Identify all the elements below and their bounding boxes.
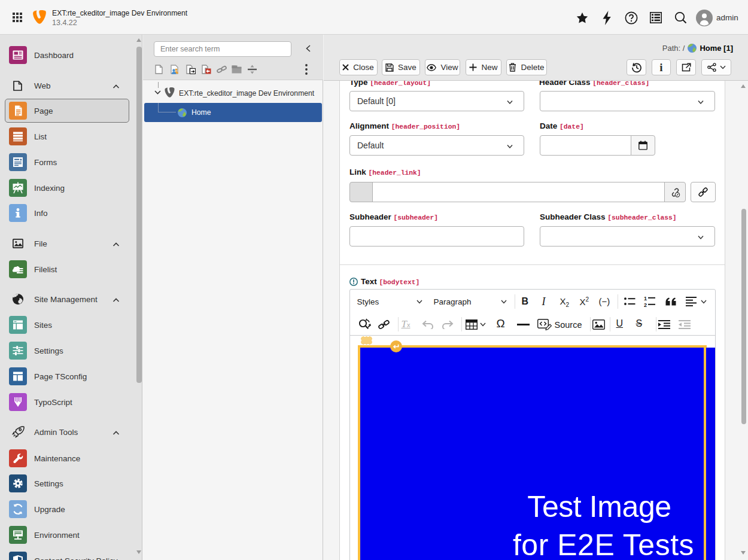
svg-text:1: 1 (644, 296, 647, 302)
svg-text:2: 2 (644, 302, 647, 308)
